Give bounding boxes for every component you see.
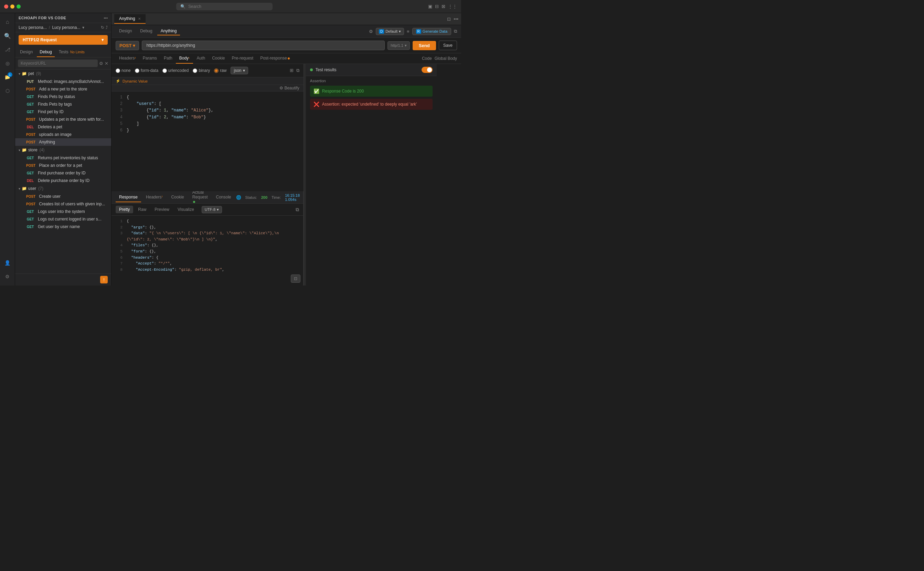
format-dropdown-icon: ▾ bbox=[243, 68, 245, 73]
response-tab-cookie[interactable]: Cookie bbox=[168, 193, 187, 202]
api-get-logoutuser[interactable]: GET Logs out current logged in user s... bbox=[15, 215, 111, 223]
env-dropdown-icon[interactable]: ▾ bbox=[82, 25, 84, 30]
layout-icon2[interactable]: ⊠ bbox=[442, 4, 445, 9]
encoding-select[interactable]: UTF-8 ▾ bbox=[202, 206, 222, 213]
more-icon-toolbar[interactable]: ≡ bbox=[407, 29, 409, 34]
send-button[interactable]: Send bbox=[413, 41, 436, 50]
code-editor[interactable]: 1 { 2 "users": [ 3 {"id": 1, "name": "Al… bbox=[111, 91, 303, 191]
expand-icon[interactable]: ⊡ bbox=[447, 17, 451, 22]
layout-icon1[interactable]: ⊟ bbox=[435, 4, 439, 9]
toolbar-tab-debug[interactable]: Debug bbox=[137, 27, 156, 35]
test-results-toggle[interactable] bbox=[422, 67, 433, 73]
option-formdata[interactable]: form-data bbox=[135, 68, 158, 73]
beautify-icon[interactable]: ⊞ bbox=[290, 68, 294, 73]
req-tab-params[interactable]: Params bbox=[139, 53, 161, 64]
api-get-findbystatus[interactable]: GET Finds Pets by status bbox=[15, 93, 111, 100]
http-version-select[interactable]: http/1.1 ▾ bbox=[388, 41, 410, 50]
maximize-button[interactable] bbox=[17, 5, 21, 9]
method-select[interactable]: POST ▾ bbox=[116, 41, 139, 50]
profile-icon[interactable]: 👤 bbox=[2, 256, 14, 269]
format-tab-pretty[interactable]: Pretty bbox=[116, 206, 133, 213]
req-tab-headers[interactable]: Headers² bbox=[116, 53, 139, 64]
req-tab-postresponse[interactable]: Post-response bbox=[257, 53, 293, 64]
generate-data-button[interactable]: R Generate Data bbox=[412, 28, 451, 35]
code-link[interactable]: Code bbox=[422, 56, 432, 61]
req-tab-cookie[interactable]: Cookie bbox=[209, 53, 228, 64]
copy-icon-toolbar[interactable]: ⧉ bbox=[454, 29, 457, 34]
copy-response-button[interactable]: ⧉ bbox=[296, 207, 299, 213]
format-select[interactable]: json ▾ bbox=[230, 67, 248, 74]
api-post-createuserslist[interactable]: POST Creates list of users with given in… bbox=[15, 200, 111, 208]
format-tab-preview[interactable]: Preview bbox=[151, 206, 173, 213]
api-get-userbyname[interactable]: GET Get user by user name bbox=[15, 223, 111, 230]
option-raw[interactable]: raw bbox=[214, 68, 226, 73]
url-bar: POST ▾ http/1.1 ▾ Send Save bbox=[111, 38, 461, 53]
response-tab-console[interactable]: Console bbox=[212, 193, 234, 202]
minimize-button[interactable] bbox=[10, 5, 14, 9]
format-tab-raw[interactable]: Raw bbox=[134, 206, 150, 213]
api-get-inventory[interactable]: GET Returns pet inventories by status bbox=[15, 154, 111, 162]
settings-icon[interactable]: ⚙ bbox=[2, 270, 14, 283]
filter-icon[interactable]: ⚙ bbox=[99, 61, 103, 66]
api-get-findpetbyid[interactable]: GET Find pet by ID bbox=[15, 108, 111, 116]
settings-icon-toolbar[interactable]: ⚙ bbox=[369, 29, 373, 34]
git-icon[interactable]: ⎇ bbox=[2, 43, 14, 56]
tab-anything[interactable]: Anything ✕ bbox=[114, 14, 145, 24]
home-icon[interactable]: ⌂ bbox=[2, 16, 14, 28]
env-select[interactable]: D Default ▾ bbox=[376, 28, 404, 35]
collection-icon[interactable]: 📁 1 bbox=[2, 71, 14, 83]
api-del-deleteorder[interactable]: DEL Delete purchase order by ID bbox=[15, 177, 111, 184]
api-put-images[interactable]: PUT Method: images.asyncBatchAnnot... bbox=[15, 78, 111, 85]
search-icon[interactable]: 🔍 bbox=[2, 29, 14, 42]
toolbar-tab-design[interactable]: Design bbox=[116, 27, 135, 35]
api-get-loginuser[interactable]: GET Logs user into the system bbox=[15, 208, 111, 215]
api-icon[interactable]: ◎ bbox=[2, 57, 14, 69]
tab-close-icon[interactable]: ✕ bbox=[138, 17, 141, 21]
api-get-findbytags[interactable]: GET Finds Pets by tags bbox=[15, 100, 111, 108]
format-tab-visualize[interactable]: Visualize bbox=[174, 206, 198, 213]
api-post-addpet[interactable]: POST Add a new pet to the store bbox=[15, 85, 111, 93]
upload-icon[interactable]: ⤴ bbox=[106, 25, 108, 30]
save-button[interactable]: Save bbox=[439, 40, 457, 50]
req-tab-body[interactable]: Body¹ bbox=[176, 53, 193, 64]
layout-icon3[interactable]: ⋮⋮ bbox=[448, 4, 457, 9]
response-tab-response[interactable]: Response bbox=[116, 193, 141, 202]
folder-pet[interactable]: ▾ 📁 pet (9) bbox=[15, 69, 111, 78]
sync-icon[interactable]: ↻ bbox=[101, 25, 104, 30]
api-post-createuser[interactable]: POST Create user bbox=[15, 193, 111, 200]
api-post-uploadimage[interactable]: POST uploads an image bbox=[15, 131, 111, 138]
tab-debug[interactable]: Debug bbox=[37, 48, 54, 57]
api-get-orderbyid[interactable]: GET Find purchase order by ID bbox=[15, 169, 111, 177]
search-input[interactable] bbox=[18, 60, 98, 67]
tab-design[interactable]: Design bbox=[17, 48, 36, 57]
more-icon[interactable]: ••• bbox=[454, 17, 458, 22]
http-request-button[interactable]: HTTP1/2 Request ▾ bbox=[19, 35, 108, 45]
toolbar-tab-anything[interactable]: Anything bbox=[157, 27, 180, 35]
sidebar-more-icon[interactable]: ••• bbox=[104, 16, 108, 20]
close-button[interactable] bbox=[4, 5, 8, 9]
req-tab-path[interactable]: Path bbox=[161, 53, 176, 64]
option-none[interactable]: none bbox=[116, 68, 131, 73]
clear-icon[interactable]: ✕ bbox=[105, 61, 108, 66]
response-tab-headers[interactable]: Headers⁷ bbox=[142, 193, 166, 202]
req-tab-prerequest[interactable]: Pre-request bbox=[228, 53, 257, 64]
sidebar-toggle-icon[interactable]: ▣ bbox=[428, 4, 432, 9]
option-urlencoded[interactable]: urlencoded bbox=[162, 68, 189, 73]
api-post-updatepet[interactable]: POST Updates a pet in the store with for… bbox=[15, 116, 111, 123]
global-body-link[interactable]: Global Body bbox=[435, 56, 457, 61]
notification-badge[interactable]: ! bbox=[100, 276, 108, 284]
req-tab-auth[interactable]: Auth bbox=[193, 53, 209, 64]
search-bar-global[interactable]: 🔍 Search bbox=[176, 3, 273, 10]
copy-icon-body[interactable]: ⧉ bbox=[296, 68, 300, 73]
expand-response-button[interactable]: ⊡ bbox=[291, 275, 300, 283]
folder-user[interactable]: ▾ 📁 user (7) bbox=[15, 184, 111, 193]
plugin-icon[interactable]: ⬡ bbox=[2, 85, 14, 97]
api-del-deletepet[interactable]: DEL Deletes a pet bbox=[15, 123, 111, 131]
option-binary[interactable]: binary bbox=[193, 68, 210, 73]
url-input[interactable] bbox=[142, 40, 385, 50]
beautify-button[interactable]: ⚙ Beautify bbox=[280, 86, 300, 91]
api-post-placeorder[interactable]: POST Place an order for a pet bbox=[15, 162, 111, 169]
folder-store[interactable]: ▾ 📁 store (4) bbox=[15, 146, 111, 154]
tab-tests[interactable]: Tests No Limits bbox=[56, 48, 87, 57]
api-post-anything[interactable]: POST Anything bbox=[15, 138, 111, 146]
